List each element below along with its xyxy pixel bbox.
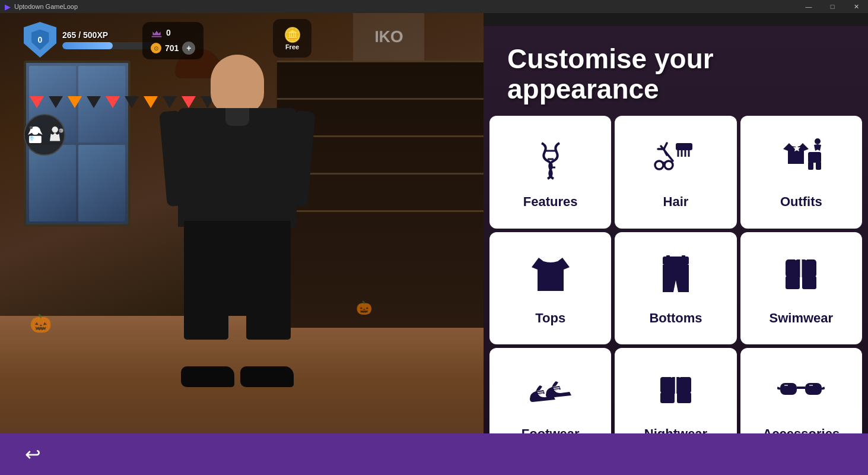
bottoms-label: Bottoms — [649, 311, 702, 326]
footwear-icon — [527, 366, 574, 420]
svg-rect-27 — [786, 276, 800, 289]
tops-icon — [527, 251, 574, 305]
customization-panel: Customise your appearance Feature — [484, 26, 868, 460]
outfits-label: Outfits — [780, 194, 822, 210]
category-hair[interactable]: Hair — [615, 116, 736, 228]
category-swimwear[interactable]: Swimwear — [740, 232, 862, 344]
svg-line-32 — [554, 390, 559, 390]
window-controls: — □ ✕ — [797, 0, 868, 13]
close-button[interactable]: ✕ — [844, 0, 868, 13]
crown-currency-row: 0 — [151, 27, 195, 39]
bottom-bar: ↩ — [0, 433, 868, 475]
svg-point-21 — [815, 138, 821, 144]
svg-rect-39 — [677, 392, 691, 403]
category-features[interactable]: Features — [489, 116, 611, 228]
svg-text:2: 2 — [59, 129, 61, 134]
titlebar: ▶ Uptodown GameLoop — □ ✕ — [0, 0, 868, 13]
wardrobe-icon: 👕 — [25, 123, 46, 147]
category-bottoms[interactable]: Bottoms — [615, 232, 736, 344]
titlebar-left: ▶ Uptodown GameLoop — [5, 2, 78, 11]
svg-point-37 — [677, 374, 679, 376]
char-pants — [184, 221, 291, 316]
svg-text:👕: 👕 — [29, 136, 34, 141]
svg-rect-23 — [666, 255, 670, 260]
halloween-deco-pumpkin2: 🎃 — [356, 300, 372, 316]
crown-icon — [151, 27, 163, 39]
svg-point-1 — [30, 126, 33, 129]
panel-header: Customise your appearance — [484, 26, 868, 116]
char-shoe-right — [240, 366, 294, 387]
svg-rect-28 — [802, 276, 816, 289]
svg-line-43 — [777, 388, 780, 389]
crown-amount: 0 — [166, 28, 171, 37]
hair-label: Hair — [663, 194, 689, 210]
svg-line-31 — [554, 388, 559, 388]
nightwear-icon — [652, 366, 700, 420]
free-coins-button[interactable]: 🪙 Free — [273, 19, 311, 58]
wardrobe-button[interactable]: 👕 2 — [24, 114, 65, 156]
currency-area: 0 ⊙ 701 + — [142, 22, 204, 59]
coin-icon: ⊙ — [151, 43, 161, 53]
add-coins-button[interactable]: + — [182, 42, 195, 55]
shield-icon: 0 — [24, 22, 56, 58]
bottoms-icon — [652, 251, 700, 305]
hair-icon — [652, 134, 700, 188]
panel-title: Customise your appearance — [507, 44, 844, 104]
char-shoe-left — [181, 366, 234, 387]
minimize-button[interactable]: — — [797, 0, 821, 13]
halloween-deco-pumpkin: 🎃 — [30, 313, 52, 334]
coin-amount: 701 — [165, 43, 179, 53]
svg-rect-38 — [660, 392, 675, 403]
svg-rect-12 — [676, 143, 692, 150]
accessories-icon — [777, 366, 825, 420]
features-icon — [527, 134, 574, 188]
svg-rect-20 — [816, 162, 821, 170]
back-button[interactable]: ↩ — [18, 439, 47, 469]
svg-rect-40 — [780, 383, 797, 395]
char-jacket — [178, 108, 297, 227]
features-label: Features — [523, 194, 578, 210]
coin-currency-row: ⊙ 701 + — [151, 42, 195, 55]
char-collar — [225, 108, 249, 126]
char-leg-right — [246, 280, 291, 340]
char-face — [217, 75, 258, 99]
character-scene: 🎃 🎃 🕸 IKO 0 265 / 500XP — [0, 13, 484, 446]
maximize-button[interactable]: □ — [821, 0, 844, 13]
svg-rect-18 — [808, 152, 821, 163]
app-name: Uptodown GameLoop — [14, 3, 78, 10]
game-area: 🎃 🎃 🕸 IKO 0 265 / 500XP — [0, 13, 868, 475]
svg-line-44 — [822, 388, 825, 389]
swimwear-label: Swimwear — [770, 311, 834, 326]
coins-stack-icon: 🪙 — [284, 27, 301, 43]
svg-point-10 — [664, 161, 673, 169]
outfits-icon — [777, 134, 825, 188]
svg-line-30 — [538, 394, 543, 394]
character-preview — [119, 43, 356, 340]
avatar-wardrobe-icon: 2 — [46, 124, 64, 145]
xp-bar-fill — [62, 42, 113, 49]
iko-logo: IKO — [353, 13, 424, 61]
svg-line-29 — [538, 392, 543, 392]
free-label: Free — [285, 43, 299, 50]
category-outfits[interactable]: Outfits — [740, 116, 862, 228]
category-grid: Features — [484, 116, 868, 460]
svg-rect-24 — [682, 255, 685, 260]
svg-point-9 — [655, 161, 663, 169]
level-badge: 0 265 / 500XP — [24, 22, 157, 58]
back-arrow-icon: ↩ — [25, 443, 41, 466]
svg-rect-19 — [808, 162, 813, 170]
category-tops[interactable]: Tops — [489, 232, 611, 344]
tops-label: Tops — [535, 311, 565, 326]
svg-point-36 — [672, 374, 675, 376]
svg-rect-41 — [805, 383, 822, 395]
character-body — [172, 55, 303, 340]
level-number: 0 — [31, 30, 49, 50]
app-logo-icon: ▶ — [5, 2, 11, 11]
svg-point-3 — [52, 126, 58, 132]
char-leg-left — [184, 280, 228, 340]
swimwear-icon — [777, 251, 825, 305]
